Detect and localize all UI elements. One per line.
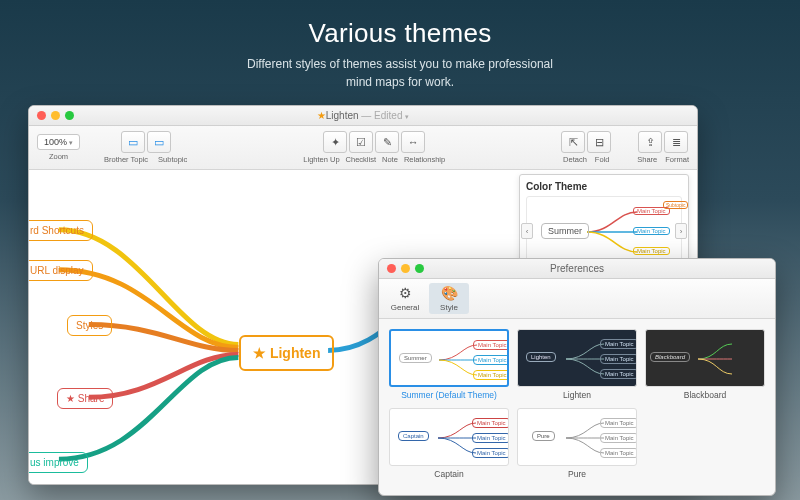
- node-share[interactable]: ★ Share: [57, 388, 113, 409]
- theme-card-summer[interactable]: Summer Main Topic Main Topic Main Topic …: [389, 329, 509, 400]
- theme-sample: ‹ › Summer Main Topic Main Topic Subtopi…: [526, 196, 682, 266]
- sample-center: Summer: [541, 223, 589, 239]
- share-button[interactable]: ⇪: [638, 131, 662, 153]
- hero-subtitle: Different styles of themes assist you to…: [0, 55, 800, 91]
- node-url[interactable]: URL display: [28, 260, 93, 281]
- central-node[interactable]: ★ Lighten: [239, 335, 334, 371]
- palette-icon: 🎨: [441, 285, 458, 301]
- tab-general[interactable]: ⚙ General: [385, 283, 425, 314]
- zoom-label: Zoom: [49, 152, 68, 161]
- brother-topic-button[interactable]: ▭: [121, 131, 145, 153]
- window-title: ★Lighten — Edited ▾: [29, 110, 697, 121]
- toolbar: 100% Zoom ▭ ▭ Brother Topic Subtopic ✦ ☑…: [29, 126, 697, 170]
- pref-title: Preferences: [379, 263, 775, 274]
- node-styles[interactable]: Styles: [67, 315, 112, 336]
- theme-card-blackboard[interactable]: Blackboard Blackboard: [645, 329, 765, 400]
- titlebar: ★Lighten — Edited ▾: [29, 106, 697, 126]
- subtopic-button[interactable]: ▭: [147, 131, 171, 153]
- color-theme-title: Color Theme: [526, 181, 682, 192]
- zoom-group: 100% Zoom: [37, 134, 80, 161]
- theme-card-pure[interactable]: Pure Main Topic Main Topic Main Topic Pu…: [517, 408, 637, 479]
- theme-label: Summer (Default Theme): [401, 390, 497, 400]
- theme-card-lighten[interactable]: Lighten Main Topic Main Topic Main Topic…: [517, 329, 637, 400]
- preferences-window: Preferences ⚙ General 🎨 Style Summer Mai…: [378, 258, 776, 496]
- node-improve[interactable]: us improve: [28, 452, 88, 473]
- fold-button[interactable]: ⊟: [587, 131, 611, 153]
- note-button[interactable]: ✎: [375, 131, 399, 153]
- theme-card-captain[interactable]: Captain Main Topic Main Topic Main Topic…: [389, 408, 509, 479]
- lighten-up-button[interactable]: ✦: [323, 131, 347, 153]
- theme-label: Lighten: [563, 390, 591, 400]
- node-shortcuts[interactable]: rd Shortcuts: [28, 220, 93, 241]
- theme-label: Blackboard: [684, 390, 727, 400]
- tab-style[interactable]: 🎨 Style: [429, 283, 469, 314]
- star-icon: ★: [317, 110, 326, 121]
- relationship-button[interactable]: ↔: [401, 131, 425, 153]
- theme-label: Captain: [434, 469, 463, 479]
- gear-icon: ⚙: [399, 285, 412, 301]
- hero-title: Various themes: [0, 18, 800, 49]
- zoom-select[interactable]: 100%: [37, 134, 80, 150]
- detach-button[interactable]: ⇱: [561, 131, 585, 153]
- theme-label: Pure: [568, 469, 586, 479]
- checklist-button[interactable]: ☑: [349, 131, 373, 153]
- format-button[interactable]: ≣: [664, 131, 688, 153]
